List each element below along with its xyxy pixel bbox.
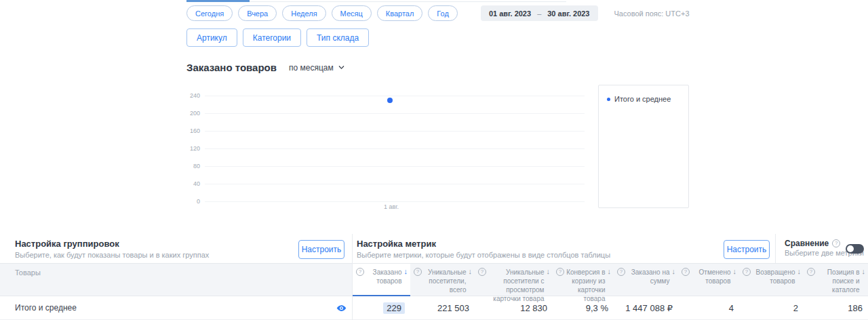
- gridline-rule: [205, 184, 585, 184]
- sort-descending-icon[interactable]: ↓: [733, 267, 737, 275]
- products-column-divider: [352, 234, 353, 320]
- table-cell: 12 830: [475, 296, 553, 319]
- grouping-button[interactable]: Тип склада: [307, 28, 369, 47]
- column-header[interactable]: ?Заказано на сумму↓: [614, 264, 678, 296]
- column-header-label: Возвращено товаров: [753, 268, 795, 285]
- grouping-button[interactable]: Артикул: [186, 28, 237, 47]
- period-filter-row: СегодняВчераНеделяМесяцКварталГод01 авг.…: [186, 5, 690, 21]
- configure-groupings-button[interactable]: Настроить: [298, 240, 344, 259]
- sort-descending-icon[interactable]: ↓: [547, 267, 551, 275]
- chevron-down-icon: [338, 64, 344, 71]
- column-header-label: Заказано на сумму: [627, 268, 670, 285]
- cell-value: 12 830: [520, 303, 547, 313]
- column-header[interactable]: ?Заказано товаров↓: [353, 264, 410, 296]
- column-header-label: Отменено товаров: [692, 268, 731, 285]
- active-tab-underline: [186, 0, 250, 2]
- column-header-label: Позиция в поиске и каталоге: [817, 268, 860, 294]
- metrics-settings-section: Настройка метрик Выберите метрики, котор…: [357, 234, 610, 263]
- sort-descending-icon[interactable]: ↓: [469, 267, 473, 275]
- period-button[interactable]: Неделя: [282, 5, 326, 21]
- cell-value: 4: [729, 303, 734, 313]
- period-button[interactable]: Сегодня: [186, 5, 233, 21]
- table-cell: 9,3 %: [553, 296, 614, 319]
- x-axis-tick-label: 1 авг.: [378, 203, 405, 210]
- column-header[interactable]: ?Отменено товаров↓: [678, 264, 739, 296]
- date-from: 01 авг. 2023: [489, 9, 531, 18]
- toggle-knob: [847, 245, 854, 252]
- gridline-rule: [205, 96, 585, 96]
- table-cell: 186: [804, 296, 868, 319]
- orders-chart: 24020016012080400 1 авг.: [186, 85, 585, 211]
- table-cell: 2: [739, 296, 804, 319]
- sort-descending-icon[interactable]: ↓: [862, 267, 866, 275]
- sort-descending-icon[interactable]: ↓: [608, 267, 612, 275]
- cell-value: 221 503: [437, 303, 469, 313]
- chart-header: Заказано товаров по месяцам: [186, 62, 344, 73]
- date-to: 30 авг. 2023: [547, 9, 589, 18]
- help-icon[interactable]: ?: [414, 268, 422, 276]
- settings-divider: [775, 234, 776, 263]
- date-range-picker[interactable]: 01 авг. 2023–30 авг. 2023: [481, 5, 598, 21]
- timezone-label: Часовой пояс: UTC+3: [614, 9, 690, 18]
- column-header-products[interactable]: Товары: [0, 264, 353, 296]
- table-row: Итого и среднее 229221 50312 8309,3 %1 4…: [0, 296, 868, 320]
- period-button[interactable]: Вчера: [238, 5, 277, 21]
- cell-value: 229: [383, 302, 405, 314]
- sort-descending-icon[interactable]: ↓: [404, 267, 408, 275]
- products-table: Товары ?Заказано товаров↓?Уникальные пос…: [0, 263, 868, 320]
- legend-series-dot-icon: [607, 98, 610, 101]
- column-header[interactable]: ?Позиция в поиске и каталоге↓: [804, 264, 868, 296]
- help-icon[interactable]: ?: [617, 268, 625, 276]
- help-icon[interactable]: ?: [556, 268, 564, 276]
- y-axis-tick-label: 80: [186, 163, 200, 169]
- y-axis-tick-label: 0: [186, 198, 200, 205]
- y-axis-tick-label: 40: [186, 180, 200, 187]
- grouping-button[interactable]: Категории: [243, 28, 301, 47]
- chart-title: Заказано товаров: [186, 62, 277, 73]
- totals-label: Итого и среднее: [15, 303, 77, 313]
- comparison-toggle[interactable]: [846, 244, 864, 254]
- column-header[interactable]: ?Уникальные посетители, всего↓: [410, 264, 475, 296]
- gridline-rule: [205, 166, 585, 167]
- help-icon[interactable]: ?: [743, 268, 751, 276]
- help-icon[interactable]: ?: [682, 268, 690, 276]
- column-header[interactable]: ?Уникальные посетители с просмотром карт…: [475, 264, 553, 296]
- settings-strip: Настройка группировок Выберите, как буду…: [0, 234, 868, 263]
- chart-period-selector[interactable]: по месяцам: [289, 63, 344, 73]
- y-axis-tick-label: 200: [186, 110, 200, 117]
- metrics-settings-subtitle: Выберите метрики, которые будут отображе…: [357, 251, 610, 259]
- groupings-settings-title: Настройка группировок: [15, 239, 209, 249]
- period-button[interactable]: Квартал: [377, 5, 423, 21]
- y-axis-tick-label: 160: [186, 127, 200, 134]
- period-button[interactable]: Год: [428, 5, 458, 21]
- comparison-title: Сравнение: [785, 239, 829, 248]
- table-cell: 4: [678, 296, 739, 319]
- legend-item[interactable]: Итого и среднее: [607, 95, 680, 103]
- help-icon[interactable]: ?: [807, 268, 815, 276]
- period-button[interactable]: Месяц: [332, 5, 372, 21]
- configure-metrics-button[interactable]: Настроить: [724, 240, 770, 259]
- groupings-settings-subtitle: Выберите, как будут показаны товары и в …: [15, 251, 209, 259]
- table-cell: 221 503: [410, 296, 475, 319]
- cell-value: 1 447 088 ₽: [625, 303, 673, 313]
- table-cell: 1 447 088 ₽: [614, 296, 678, 319]
- sort-descending-icon[interactable]: ↓: [672, 267, 676, 275]
- column-header[interactable]: ?Конверсия в корзину из карточки товара↓: [553, 264, 614, 296]
- column-header[interactable]: ?Возвращено товаров↓: [739, 264, 804, 296]
- eye-icon[interactable]: [336, 303, 347, 313]
- chart-period-value: по месяцам: [289, 63, 334, 73]
- groupings-settings-section: Настройка группировок Выберите, как буду…: [15, 234, 209, 263]
- gridline-rule: [205, 113, 585, 114]
- help-icon[interactable]: ?: [356, 268, 364, 276]
- gridline-rule: [205, 148, 585, 149]
- cell-value: 186: [848, 303, 863, 313]
- metrics-settings-title: Настройка метрик: [357, 239, 610, 249]
- tabs-divider: [250, 1, 566, 2]
- sort-descending-icon[interactable]: ↓: [797, 267, 802, 275]
- help-icon[interactable]: ?: [478, 268, 486, 276]
- table-cell: 229: [353, 296, 410, 319]
- legend-series-label: Итого и среднее: [614, 95, 671, 103]
- help-icon[interactable]: ?: [832, 239, 840, 247]
- y-axis-tick-label: 120: [186, 145, 200, 152]
- gridline-rule: [205, 201, 585, 202]
